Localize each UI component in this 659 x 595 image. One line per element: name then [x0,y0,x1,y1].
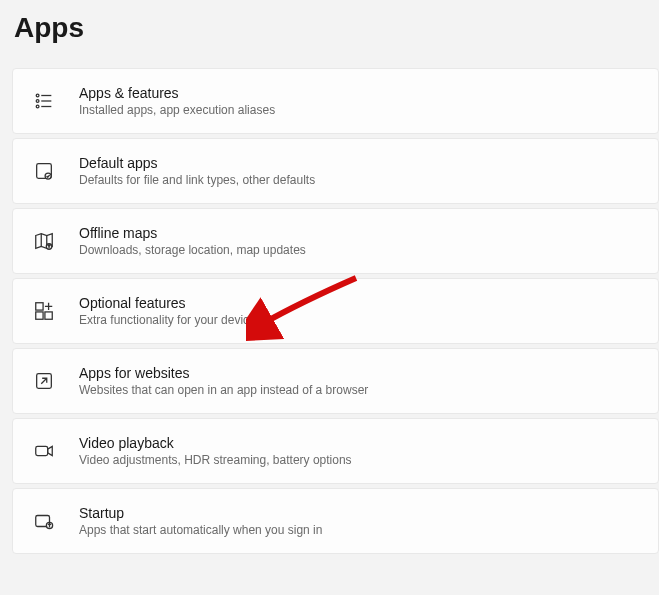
item-startup[interactable]: Startup Apps that start automatically wh… [12,488,659,554]
default-apps-icon [33,160,55,182]
item-apps-features[interactable]: Apps & features Installed apps, app exec… [12,68,659,134]
item-title: Startup [79,505,322,521]
item-text: Video playback Video adjustments, HDR st… [79,435,352,467]
startup-icon [33,510,55,532]
item-video-playback[interactable]: Video playback Video adjustments, HDR st… [12,418,659,484]
item-text: Startup Apps that start automatically wh… [79,505,322,537]
item-desc: Downloads, storage location, map updates [79,243,306,257]
item-title: Optional features [79,295,256,311]
item-apps-for-websites[interactable]: Apps for websites Websites that can open… [12,348,659,414]
svg-point-4 [36,105,39,108]
svg-rect-13 [36,446,48,455]
page-title: Apps [14,12,659,44]
item-desc: Defaults for file and link types, other … [79,173,315,187]
item-desc: Extra functionality for your device [79,313,256,327]
video-playback-icon [33,440,55,462]
item-title: Default apps [79,155,315,171]
item-desc: Video adjustments, HDR streaming, batter… [79,453,352,467]
item-desc: Websites that can open in an app instead… [79,383,368,397]
item-text: Apps for websites Websites that can open… [79,365,368,397]
item-text: Default apps Defaults for file and link … [79,155,315,187]
apps-for-websites-icon [33,370,55,392]
svg-rect-11 [45,312,52,319]
item-title: Offline maps [79,225,306,241]
apps-features-icon [33,90,55,112]
item-text: Apps & features Installed apps, app exec… [79,85,275,117]
item-desc: Installed apps, app execution aliases [79,103,275,117]
item-offline-maps[interactable]: Offline maps Downloads, storage location… [12,208,659,274]
item-title: Apps for websites [79,365,368,381]
item-text: Offline maps Downloads, storage location… [79,225,306,257]
item-title: Video playback [79,435,352,451]
svg-rect-10 [36,312,43,319]
item-title: Apps & features [79,85,275,101]
svg-rect-9 [36,303,43,310]
item-text: Optional features Extra functionality fo… [79,295,256,327]
item-optional-features[interactable]: Optional features Extra functionality fo… [12,278,659,344]
apps-settings-page: Apps Apps & features Installed apps, app… [0,0,659,570]
settings-list: Apps & features Installed apps, app exec… [12,68,659,554]
item-desc: Apps that start automatically when you s… [79,523,322,537]
svg-point-2 [36,100,39,103]
offline-maps-icon [33,230,55,252]
svg-point-0 [36,94,39,97]
item-default-apps[interactable]: Default apps Defaults for file and link … [12,138,659,204]
optional-features-icon [33,300,55,322]
